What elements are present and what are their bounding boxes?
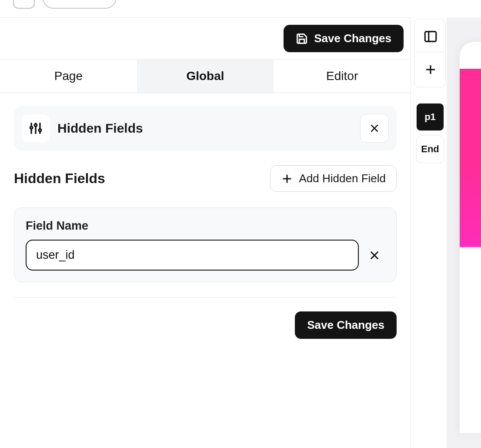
plus-icon: [281, 173, 293, 185]
field-row: [26, 240, 385, 271]
save-changes-header-button[interactable]: Save Changes: [284, 25, 404, 52]
subheader-row: Hidden Fields Add Hidden Field: [14, 165, 397, 192]
preview-gradient: [460, 69, 481, 247]
panel-left-icon: [423, 29, 438, 44]
tabs: Page Global Editor: [0, 60, 411, 93]
section-title: Hidden Fields: [57, 121, 352, 136]
page-end-button[interactable]: End: [416, 135, 444, 163]
svg-point-5: [34, 124, 37, 127]
panel-header: Save Changes: [0, 18, 411, 60]
save-changes-footer-label: Save Changes: [307, 318, 384, 332]
add-hidden-field-button[interactable]: Add Hidden Field: [270, 165, 397, 192]
save-changes-footer-button[interactable]: Save Changes: [295, 311, 397, 339]
tab-editor[interactable]: Editor: [274, 60, 411, 93]
section-icon-container: [22, 114, 50, 142]
toggle-sidebar-button[interactable]: [417, 21, 444, 52]
save-icon: [296, 33, 308, 45]
preview-strip: [447, 17, 481, 448]
subheader-title: Hidden Fields: [14, 171, 105, 187]
right-rail: p1 End: [414, 19, 446, 163]
toolbar-fragment: [13, 0, 117, 9]
toolbar-pill-fragment: [43, 0, 117, 9]
panel-content: Hidden Fields Hidden Fields Add Hidden F…: [0, 93, 411, 352]
settings-panel: Save Changes Page Global Editor Hidden F…: [0, 17, 411, 448]
footer-row: Save Changes: [14, 311, 397, 339]
divider: [14, 297, 397, 298]
add-hidden-field-label: Add Hidden Field: [299, 172, 386, 185]
close-section-button[interactable]: [360, 114, 389, 143]
hidden-field-card: Field Name: [14, 207, 397, 282]
field-name-input[interactable]: [26, 240, 359, 271]
remove-field-button[interactable]: [368, 249, 381, 261]
tab-page[interactable]: Page: [0, 60, 137, 93]
sliders-icon: [28, 121, 43, 136]
close-icon: [369, 123, 380, 134]
save-changes-header-label: Save Changes: [314, 32, 391, 45]
section-header-card: Hidden Fields: [14, 106, 397, 150]
add-page-button[interactable]: [417, 54, 444, 85]
plus-icon: [424, 63, 437, 76]
svg-rect-15: [425, 31, 436, 41]
rail-group-top: [414, 19, 446, 87]
toolbar-button-fragment: [13, 0, 35, 9]
page-p1-button[interactable]: p1: [416, 103, 444, 131]
tab-global[interactable]: Global: [137, 60, 274, 93]
svg-point-2: [30, 127, 33, 129]
svg-point-8: [39, 129, 41, 131]
field-name-label: Field Name: [26, 219, 385, 233]
